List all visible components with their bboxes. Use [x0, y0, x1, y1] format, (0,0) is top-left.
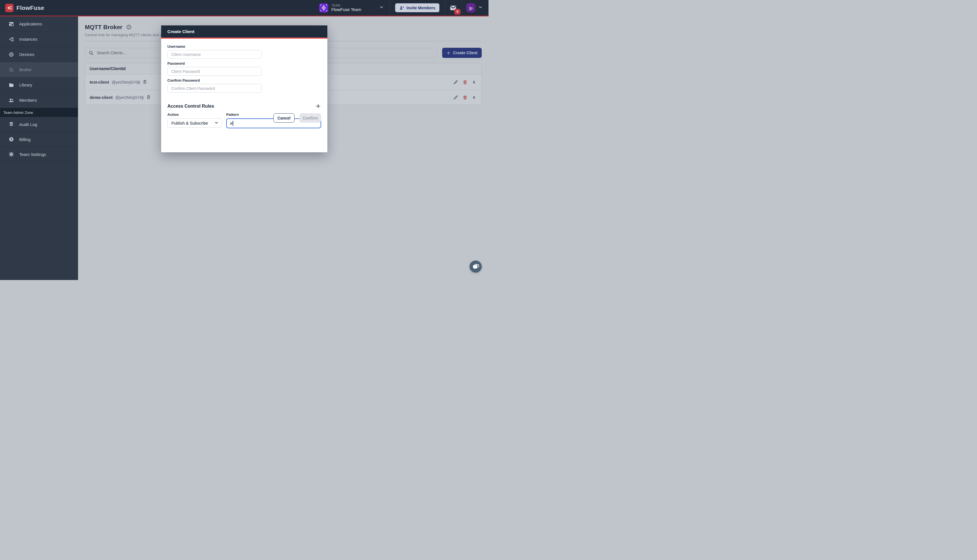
search-icon	[89, 50, 94, 56]
svg-text:$: $	[10, 138, 12, 141]
chevron-down-icon	[379, 5, 384, 11]
invite-zone: Invite Members	[390, 0, 445, 15]
applications-icon	[8, 21, 14, 27]
sidebar-item-broker[interactable]: Broker	[0, 62, 78, 77]
client-suffix: @yeONmjGYBj	[112, 80, 140, 85]
row-actions	[453, 80, 476, 85]
sidebar-item-label: Instances	[19, 37, 37, 42]
chat-icon	[472, 263, 479, 270]
modal-accent-line	[161, 38, 327, 39]
devices-icon	[8, 52, 14, 57]
instances-icon	[8, 37, 14, 42]
team-text: TEAM: FlowFuse Team	[331, 4, 376, 12]
info-icon[interactable]	[126, 24, 132, 30]
modal-body: Username Password Confirm Password Acces…	[161, 44, 327, 128]
edit-icon[interactable]	[453, 95, 458, 100]
flowfuse-logo-icon	[5, 4, 13, 12]
sidebar-item-label: Library	[19, 83, 32, 87]
sidebar-item-devices[interactable]: Devices	[0, 47, 78, 62]
add-rule-button[interactable]	[315, 103, 321, 109]
sidebar-item-label: Team Settings	[19, 152, 46, 157]
audit-log-icon	[8, 122, 14, 127]
sidebar-item-label: Devices	[19, 52, 34, 57]
delete-icon[interactable]	[463, 80, 468, 85]
confirm-button[interactable]: Confirm	[299, 113, 321, 123]
sidebar-item-applications[interactable]: Applications	[0, 17, 78, 32]
notifications-zone: 9	[445, 0, 462, 15]
create-client-modal: Create Client Username Password Confirm …	[161, 25, 327, 152]
sidebar: Applications Instances Devices Broker Li…	[0, 17, 78, 280]
brand[interactable]: FlowFuse	[0, 4, 44, 12]
delete-icon[interactable]	[463, 95, 468, 100]
confirm-password-label: Confirm Password	[167, 78, 321, 83]
navbar-accent-line	[0, 15, 489, 17]
navbar: FlowFuse TEAM: FlowFuse Team	[0, 0, 489, 15]
sidebar-item-label: Broker	[19, 67, 32, 72]
password-label: Password	[167, 61, 321, 65]
copy-icon[interactable]	[142, 80, 147, 85]
library-icon	[8, 82, 14, 88]
cancel-button[interactable]: Cancel	[273, 113, 295, 123]
broker-icon	[8, 67, 14, 73]
team-admin-zone-heading: Team Admin Zone	[0, 108, 78, 117]
sidebar-item-instances[interactable]: Instances	[0, 32, 78, 47]
brand-name: FlowFuse	[17, 5, 44, 11]
sidebar-item-members[interactable]: Members	[0, 93, 78, 108]
billing-icon: $	[8, 137, 14, 142]
password-field[interactable]	[167, 67, 262, 76]
notifications-button[interactable]: 9	[448, 3, 458, 13]
team-selector[interactable]: TEAM: FlowFuse Team	[315, 0, 389, 15]
sidebar-item-label: Members	[19, 98, 37, 103]
invite-members-label: Invite Members	[406, 6, 435, 10]
sidebar-item-label: Billing	[19, 137, 30, 142]
sidebar-item-label: Applications	[19, 22, 42, 26]
profile-menu[interactable]: jp	[462, 0, 489, 15]
user-plus-icon	[399, 5, 404, 10]
members-icon	[8, 97, 14, 103]
chat-widget-button[interactable]	[469, 260, 482, 273]
svg-text:jp: jp	[469, 6, 473, 10]
create-client-button[interactable]: Create Client	[442, 48, 482, 58]
client-id-cell: demo-client@yeONmjGYBj	[90, 95, 151, 100]
team-label: TEAM:	[331, 4, 376, 7]
app-root: FlowFuse TEAM: FlowFuse Team	[0, 0, 489, 280]
table-header-label: Username/ClientId	[90, 67, 125, 71]
username-label: Username	[167, 44, 321, 48]
page-title: MQTT Broker	[85, 24, 122, 30]
modal-buttons: Cancel Confirm	[161, 113, 327, 123]
settings-icon	[8, 152, 14, 157]
access-control-rules-title: Access Control Rules	[167, 104, 214, 109]
notification-count-badge: 9	[454, 9, 461, 15]
row-actions	[453, 95, 476, 100]
chevron-left-icon[interactable]	[472, 95, 476, 100]
client-username: demo-client	[90, 95, 112, 100]
navbar-right: TEAM: FlowFuse Team Invite Members	[315, 0, 489, 15]
copy-icon[interactable]	[146, 95, 151, 100]
client-id-cell: test-client@yeONmjGYBj	[90, 80, 147, 85]
modal-title: Create Client	[167, 29, 194, 34]
username-field[interactable]	[167, 50, 262, 59]
edit-icon[interactable]	[453, 80, 458, 85]
confirm-password-field[interactable]	[167, 84, 262, 93]
plus-icon	[446, 51, 451, 55]
access-control-rules-header: Access Control Rules	[167, 103, 321, 109]
sidebar-item-audit-log[interactable]: Audit Log	[0, 117, 78, 132]
modal-header: Create Client	[161, 25, 327, 38]
chevron-left-icon[interactable]	[472, 80, 476, 85]
create-client-label: Create Client	[453, 50, 478, 55]
sidebar-item-library[interactable]: Library	[0, 77, 78, 93]
chevron-down-icon	[478, 5, 483, 11]
invite-members-button[interactable]: Invite Members	[395, 3, 439, 12]
team-admin-zone-label: Team Admin Zone	[3, 110, 33, 115]
sidebar-item-label: Audit Log	[19, 122, 37, 127]
client-suffix: @yeONmjGYBj	[115, 95, 144, 100]
sidebar-item-team-settings[interactable]: Team Settings	[0, 147, 78, 162]
team-name: FlowFuse Team	[331, 7, 376, 12]
sidebar-item-billing[interactable]: $ Billing	[0, 132, 78, 147]
team-avatar	[319, 3, 328, 12]
user-avatar: jp	[466, 3, 476, 12]
client-username: test-client	[90, 80, 109, 85]
